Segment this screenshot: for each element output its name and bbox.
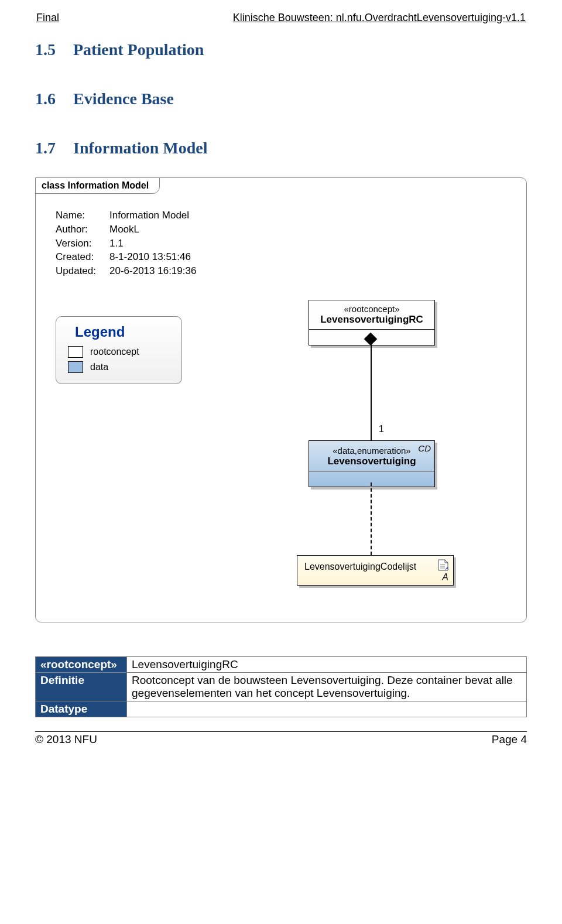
header-right: Klinische Bouwsteen: nl.nfu.OverdrachtLe… <box>233 12 526 24</box>
artifact-marker: A <box>442 572 448 583</box>
document-icon: A <box>438 559 448 571</box>
uml-diagram-frame: class Information Model Name:Information… <box>35 177 527 622</box>
header-left: Final <box>36 12 59 24</box>
section-1-7-num: 1.7 <box>35 139 69 158</box>
infobox-rootconcept-key: «rootconcept» <box>36 657 127 673</box>
infobox-datatype-value <box>127 701 527 717</box>
footer-left: © 2013 NFU <box>35 733 97 746</box>
section-1-6-title: Evidence Base <box>73 90 174 108</box>
multiplicity-label: 1 <box>379 424 384 434</box>
section-1-6-num: 1.6 <box>35 90 69 108</box>
meta-version-v: 1.1 <box>109 237 124 251</box>
page-header: Final Klinische Bouwsteen: nl.nfu.Overdr… <box>35 12 527 24</box>
footer-right: Page 4 <box>492 733 527 746</box>
section-1-6: 1.6 Evidence Base <box>35 90 527 108</box>
meta-author-k: Author: <box>56 223 109 237</box>
page-footer: © 2013 NFU Page 4 <box>35 731 527 746</box>
section-1-7: 1.7 Information Model <box>35 139 527 158</box>
rootconcept-name: LevensovertuigingRC <box>315 314 429 326</box>
infobox-definitie-value: Rootconcept van de bouwsteen Levensovert… <box>127 673 527 701</box>
legend-title: Legend <box>75 324 173 340</box>
section-1-5-num: 1.5 <box>35 40 69 59</box>
artifact-name: LevensovertuigingCodelijst <box>304 562 416 571</box>
legend-box: Legend rootconcept data <box>56 316 182 384</box>
meta-updated-k: Updated: <box>56 264 109 278</box>
legend-data-label: data <box>90 362 108 372</box>
meta-name-v: Information Model <box>109 208 189 223</box>
infobox-rootconcept-value: LevensovertuigingRC <box>127 657 527 673</box>
legend-data: data <box>68 361 173 373</box>
meta-version-k: Version: <box>56 237 109 251</box>
svg-text:A: A <box>445 566 448 571</box>
swatch-blue-icon <box>68 361 83 373</box>
data-class-datatype: CD <box>418 443 431 453</box>
section-1-5-title: Patient Population <box>73 40 204 59</box>
legend-rootconcept: rootconcept <box>68 346 173 358</box>
diagram-meta: Name:Information Model Author:MookL Vers… <box>56 208 196 278</box>
meta-created-v: 8-1-2010 13:51:46 <box>109 250 191 264</box>
data-class-body <box>309 471 434 487</box>
data-class-name: Levensovertuiging <box>315 456 429 467</box>
swatch-white-icon <box>68 346 83 358</box>
concept-infobox: «rootconcept» LevensovertuigingRC Defini… <box>35 656 527 717</box>
dependency-line <box>371 482 372 555</box>
section-1-5: 1.5 Patient Population <box>35 40 527 59</box>
meta-author-v: MookL <box>109 223 139 237</box>
data-class-stereo: «data,enumeration» <box>315 446 429 456</box>
infobox-datatype-key: Datatype <box>36 701 127 717</box>
rootconcept-stereo: «rootconcept» <box>315 304 429 314</box>
section-1-7-title: Information Model <box>73 139 207 157</box>
uml-artifact: LevensovertuigingCodelijst A A <box>297 555 454 586</box>
association-line <box>371 337 372 440</box>
diagram-tab: class Information Model <box>35 177 160 194</box>
meta-updated-v: 20-6-2013 16:19:36 <box>109 264 196 278</box>
legend-rootconcept-label: rootconcept <box>90 347 139 357</box>
infobox-definitie-key: Definitie <box>36 673 127 701</box>
uml-class-data: CD «data,enumeration» Levensovertuiging <box>309 440 435 487</box>
meta-created-k: Created: <box>56 250 109 264</box>
meta-name-k: Name: <box>56 208 109 223</box>
